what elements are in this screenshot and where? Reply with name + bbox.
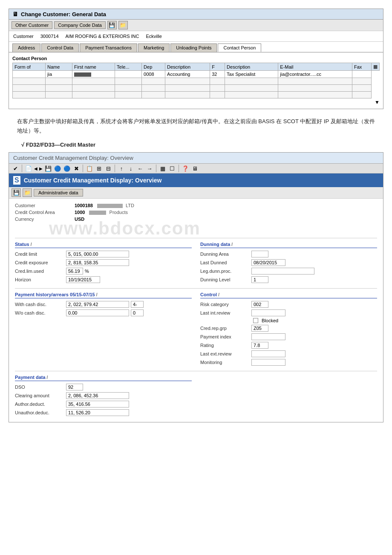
help-icon[interactable]: ❓ — [182, 165, 189, 172]
tab-contact-person[interactable]: Contact Person — [218, 43, 261, 52]
with-cash-disc-input[interactable] — [66, 301, 129, 308]
empty-right-panel — [200, 375, 377, 418]
credit-management-window: Customer Credit Management Display: Over… — [9, 152, 383, 422]
tab-control-data[interactable]: Control Data — [41, 43, 79, 52]
down-icon[interactable]: ↓ — [127, 165, 135, 172]
col-name: Name — [46, 63, 72, 71]
blocked-checkbox[interactable] — [253, 318, 258, 323]
credit-inner-toolbar: 💾 📁 Administrative data — [9, 187, 383, 199]
table-row — [13, 85, 380, 92]
tab-bar: Address Control Data Payment Transaction… — [9, 42, 383, 52]
leg-dunn-proc-input[interactable] — [251, 268, 314, 275]
unauthor-deduc-row: Unauthor.deduc. — [15, 409, 192, 416]
credit-exposure-row: Credit exposure — [15, 259, 192, 266]
left-icon[interactable]: ← — [136, 165, 144, 172]
other-customer-button[interactable]: Other Customer — [12, 21, 52, 29]
horizon-row: Horizon — [15, 276, 192, 283]
toolbar-icon1[interactable]: 💾 — [12, 188, 21, 197]
cell-f: 32 — [210, 71, 225, 78]
with-cash-disc-row: With cash disc. — [15, 301, 192, 308]
scroll-down-icon[interactable]: ▼ — [375, 99, 380, 105]
cell-email — [278, 78, 352, 85]
author-deduct-input[interactable] — [66, 401, 129, 408]
save-icon-button[interactable]: 💾 — [107, 21, 117, 29]
with-cash-disc-extra[interactable] — [131, 301, 144, 308]
right-icon[interactable]: → — [146, 165, 153, 172]
cred-lim-used-input[interactable] — [66, 268, 83, 275]
table-icon[interactable]: ⊞ — [95, 165, 103, 172]
cell-f — [210, 85, 225, 92]
payment-data-panel: Payment data / DSO Clearing amount Autho… — [15, 375, 192, 418]
tab-marketing[interactable]: Marketing — [138, 43, 170, 52]
change-customer-toolbar: Other Customer Company Code Data 💾 📁 — [9, 20, 383, 31]
nav-left-icon[interactable]: ◀ — [34, 166, 37, 171]
separator — [115, 165, 115, 172]
last-ext-review-input[interactable] — [251, 350, 285, 357]
monitor-icon[interactable]: 🖥 — [191, 165, 199, 172]
table-row: jia 0008 Accounting 32 Tax Specialist ji… — [13, 71, 380, 78]
credit-limit-input[interactable] — [66, 251, 129, 257]
tab-payment-transactions[interactable]: Payment Transactions — [80, 43, 137, 52]
wo-cash-disc-input[interactable] — [66, 309, 129, 316]
author-deduct-row: Author.deduct. — [15, 401, 192, 408]
credit-control-area-name: Products — [89, 210, 127, 215]
instruction-paragraph: 在客户主数据中填好邮箱及传真，系统才会将客户对账单发送到对应的邮箱/传真中。在这… — [17, 117, 375, 136]
payment-index-input[interactable] — [251, 333, 285, 340]
cred-rep-grp-row: Cred.rep.grp — [200, 325, 377, 332]
circle1-icon[interactable]: 🔵 — [54, 165, 61, 172]
currency-row: Currency USD — [15, 217, 377, 222]
circle2-icon[interactable]: 🔵 — [63, 165, 71, 172]
wo-cash-disc-extra[interactable] — [131, 309, 144, 316]
dunning-level-input[interactable] — [251, 276, 268, 283]
save-doc-icon[interactable]: 📄 — [25, 165, 32, 172]
cell-name — [46, 85, 72, 92]
status-panel: Status / Credit limit Credit exposure Cr… — [15, 242, 192, 285]
company-code-data-button[interactable]: Company Code Data — [54, 21, 106, 29]
table-row — [13, 78, 380, 85]
divider2 — [15, 288, 377, 289]
rating-input[interactable] — [251, 342, 268, 349]
x-icon[interactable]: ✖ — [72, 165, 80, 172]
back-icon[interactable]: ✔ — [12, 165, 19, 172]
cred-rep-grp-input[interactable] — [251, 325, 268, 332]
last-int-review-input[interactable] — [251, 309, 285, 316]
tab-address[interactable]: Address — [12, 43, 40, 52]
monitoring-label: Monitoring — [200, 360, 251, 365]
up-icon[interactable]: ↑ — [118, 165, 125, 172]
separator — [156, 165, 156, 172]
last-dunned-input[interactable] — [251, 259, 285, 266]
clearing-amount-input[interactable] — [66, 392, 129, 399]
horizon-input[interactable] — [66, 276, 100, 283]
cell-first — [72, 78, 115, 85]
credit-control-area-label: Credit Control Area — [15, 210, 75, 215]
cell-tele — [115, 78, 142, 85]
toolbar-icon2[interactable]: 📁 — [23, 188, 32, 197]
nav-right-icon[interactable]: ▶ — [39, 166, 43, 171]
unauthor-deduc-label: Unauthor.deduc. — [15, 410, 66, 415]
credit-limit-row: Credit limit — [15, 251, 192, 257]
dunning-area-input[interactable] — [251, 251, 268, 257]
rating-label: Rating — [200, 343, 251, 348]
risk-category-row: Risk category — [200, 301, 377, 308]
box-icon[interactable]: ☐ — [168, 165, 176, 172]
payment-index-label: Payment index — [200, 334, 251, 339]
monitoring-input[interactable] — [251, 359, 285, 366]
wo-cash-disc-row: W/o cash disc. — [15, 309, 192, 316]
save-icon2[interactable]: 💾 — [44, 165, 52, 172]
dso-input[interactable] — [66, 384, 83, 390]
folder-icon-button[interactable]: 📁 — [118, 21, 128, 29]
tab-unloading-points[interactable]: Unloading Points — [170, 43, 217, 52]
credit-exposure-input[interactable] — [66, 259, 129, 266]
dso-label: DSO — [15, 384, 66, 390]
cell-tele — [115, 71, 142, 78]
cell-email — [278, 92, 352, 98]
administrative-data-button[interactable]: Administrative data — [34, 189, 83, 197]
cell-form — [13, 78, 46, 85]
dunning-area-row: Dunning Area — [200, 251, 377, 257]
table2-icon[interactable]: ⊟ — [104, 165, 112, 172]
grid-icon[interactable]: ▦ — [159, 165, 167, 172]
copy-icon[interactable]: 📋 — [86, 165, 93, 172]
cell-first — [72, 92, 115, 98]
unauthor-deduc-input[interactable] — [66, 409, 129, 416]
risk-category-input[interactable] — [251, 301, 268, 308]
